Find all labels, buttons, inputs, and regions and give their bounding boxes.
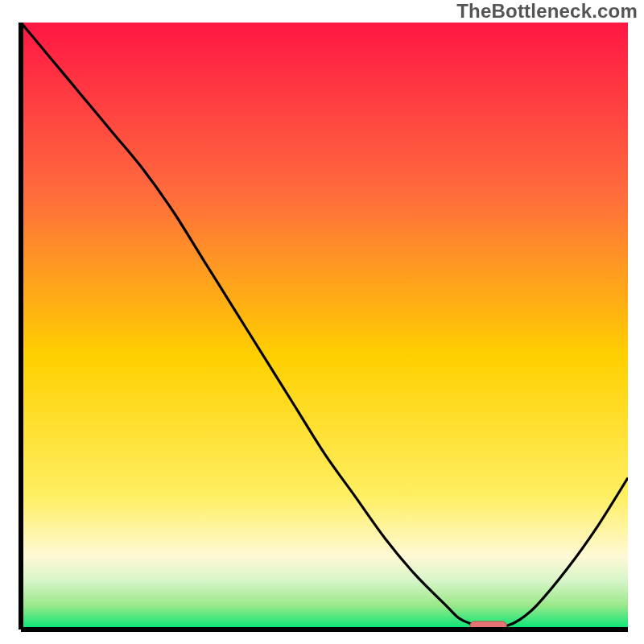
- bottleneck-chart: [16, 23, 628, 634]
- plot-background: [21, 23, 628, 630]
- watermark-text: TheBottleneck.com: [456, 0, 638, 23]
